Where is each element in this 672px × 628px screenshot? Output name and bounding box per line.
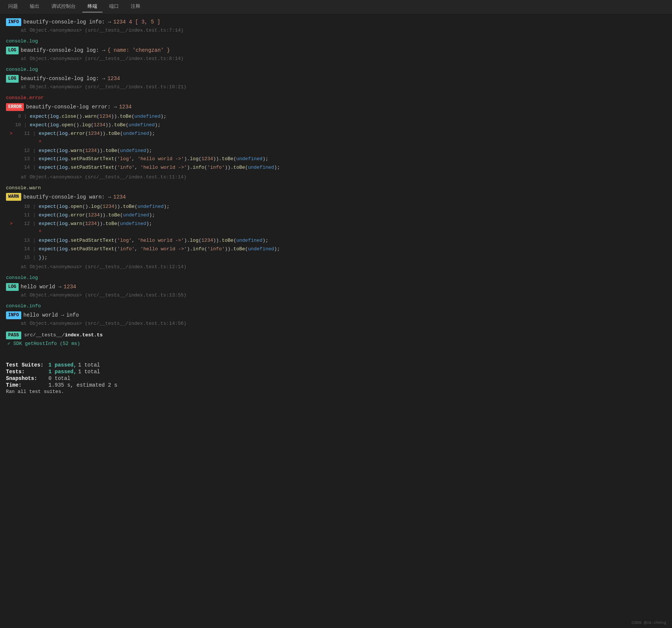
pass-file-line: PASS src/__tests__/index.test.ts xyxy=(6,332,666,339)
summary-suites-label: Test Suites: xyxy=(6,362,47,368)
badge-info-1: INFO xyxy=(6,18,21,26)
summary-tests-total: 1 total xyxy=(78,369,100,375)
badge-error-1: ERROR xyxy=(6,103,24,111)
summary-suites: Test Suites: 1 passed, 1 total xyxy=(6,362,666,368)
section-info-2: console.info INFO hello world → info at … xyxy=(6,302,666,328)
summary-tests-label: Tests: xyxy=(6,369,47,375)
section-log-1: console.log LOG beautify-console-log log… xyxy=(6,38,666,63)
summary-tests-passed: 1 passed, xyxy=(48,369,77,375)
badge-log-2: LOG xyxy=(6,75,19,83)
code-line-w12-pointer: 12 | ^ xyxy=(10,228,666,237)
tab-ports[interactable]: 端口 xyxy=(104,1,124,12)
test-summary: Test Suites: 1 passed, 1 total Tests: 1 … xyxy=(0,358,672,397)
tab-problems[interactable]: 问题 xyxy=(3,1,23,12)
log-line-warn-1: WARN beautify-console-log warn: → 1234 xyxy=(6,193,666,201)
log-line-log-2: LOG beautify-console-log log: → 1234 xyxy=(6,74,666,83)
log-value-log-2: 1234 xyxy=(107,74,120,83)
section-info-1: INFO beautify-console-log info: → 1234 4… xyxy=(6,18,666,35)
at-line-info-2: at Object.<anonymous> (src/__tests__/ind… xyxy=(21,320,666,328)
log-value-info-1: 1234 4 [ 3, 5 ] xyxy=(113,18,160,26)
log-value-error-1: 1234 xyxy=(119,103,132,111)
tab-output[interactable]: 输出 xyxy=(25,1,45,12)
code-block-error-1: 9 | expect(log.close().warn(1234)).toBe(… xyxy=(10,112,666,172)
code-line-w11: 11 | expect(log.error(1234)).toBe(undefi… xyxy=(10,211,666,220)
code-line-e12: 12 | expect(log.warn(1234)).toBe(undefin… xyxy=(10,147,666,155)
summary-suites-total: 1 total xyxy=(78,362,100,368)
watermark: CSDN @CN-cheng xyxy=(632,621,666,625)
summary-time-value: 1.935 s, estimated 2 s xyxy=(48,382,117,388)
code-line-w10: 10 | expect(log.open().log(1234)).toBe(u… xyxy=(10,203,666,211)
badge-info-2: INFO xyxy=(6,311,21,319)
log-value-log-3: 1234 xyxy=(64,283,76,291)
console-label-log-3: console.log xyxy=(6,274,666,282)
at-line-log-3: at Object.<anonymous> (src/__tests__/ind… xyxy=(21,292,666,299)
log-prefix-log-1: beautify-console-log log: → xyxy=(21,46,105,54)
at-line-warn-1: at Object.<anonymous> (src/__tests__/ind… xyxy=(21,263,666,271)
log-line-log-3: LOG hello world → 1234 xyxy=(6,283,666,291)
summary-suites-passed: 1 passed, xyxy=(48,362,77,368)
badge-warn-1: WARN xyxy=(6,193,21,201)
console-label-info-2: console.info xyxy=(6,302,666,310)
code-line-e10: 10 | expect(log.open().log(1234)).toBe(u… xyxy=(10,121,666,130)
log-value-log-1: { name: 'chengzan' } xyxy=(107,46,170,54)
console-label-error-1: console.error xyxy=(6,94,666,102)
at-line-info-1: at Object.<anonymous> (src/__tests__/ind… xyxy=(21,27,666,35)
terminal-content: INFO beautify-console-log info: → 1234 4… xyxy=(0,13,672,354)
summary-time: Time: 1.935 s, estimated 2 s xyxy=(6,382,666,388)
log-prefix-info-1: beautify-console-log info: → xyxy=(23,18,111,26)
code-line-w13: 13 | expect(log.setPadStartText('log', '… xyxy=(10,237,666,245)
code-block-warn-1: 10 | expect(log.open().log(1234)).toBe(u… xyxy=(10,203,666,262)
badge-log-1: LOG xyxy=(6,47,19,54)
at-line-log-1: at Object.<anonymous> (src/__tests__/ind… xyxy=(21,55,666,63)
badge-pass: PASS xyxy=(6,332,21,339)
log-line-info-1: INFO beautify-console-log info: → 1234 4… xyxy=(6,18,666,26)
summary-time-label: Time: xyxy=(6,382,47,388)
log-prefix-error-1: beautify-console-log error: → xyxy=(26,103,117,111)
tab-debug-console[interactable]: 调试控制台 xyxy=(46,1,81,12)
console-label-warn-1: console.warn xyxy=(6,184,666,192)
tab-terminal[interactable]: 终端 xyxy=(82,1,102,12)
summary-tests: Tests: 1 passed, 1 total xyxy=(6,369,666,375)
ran-all-text: Ran all test suites. xyxy=(6,389,666,394)
log-prefix-log-2: beautify-console-log log: → xyxy=(21,74,105,83)
summary-snapshots: Snapshots: 0 total xyxy=(6,375,666,381)
at-line-error-1: at Object.<anonymous> (src/__tests__/ind… xyxy=(21,174,666,181)
code-line-w12: > 12 | expect(log.warn(1234)).toBe(undef… xyxy=(10,220,666,228)
summary-snapshots-label: Snapshots: xyxy=(6,375,47,381)
badge-log-3: LOG xyxy=(6,283,19,291)
tab-bar: 问题 输出 调试控制台 终端 端口 注释 xyxy=(0,0,672,13)
code-line-w15: 15 | }); xyxy=(10,254,666,262)
console-label-log-1: console.log xyxy=(6,38,666,45)
log-prefix-log-3: hello world → xyxy=(21,283,61,291)
code-line-e9: 9 | expect(log.close().warn(1234)).toBe(… xyxy=(10,112,666,121)
section-log-2: console.log LOG beautify-console-log log… xyxy=(6,66,666,91)
pass-file: src/__tests__/index.test.ts xyxy=(24,332,103,339)
console-label-log-2: console.log xyxy=(6,66,666,74)
section-warn-1: console.warn WARN beautify-console-log w… xyxy=(6,184,666,272)
log-prefix-warn-1: beautify-console-log warn: → xyxy=(23,193,111,201)
code-line-e14: 14 | expect(log.setPadStartText('info', … xyxy=(10,164,666,172)
at-line-log-2: at Object.<anonymous> (src/__tests__/ind… xyxy=(21,83,666,91)
code-line-e13: 13 | expect(log.setPadStartText('log', '… xyxy=(10,155,666,164)
log-line-log-1: LOG beautify-console-log log: → { name: … xyxy=(6,46,666,54)
section-error-1: console.error ERROR beautify-console-log… xyxy=(6,94,666,181)
log-value-warn-1: 1234 xyxy=(113,193,126,201)
tab-comments[interactable]: 注释 xyxy=(126,1,146,12)
section-log-3: console.log LOG hello world → 1234 at Ob… xyxy=(6,274,666,299)
log-prefix-info-2: hello world → xyxy=(23,311,64,319)
code-line-w14: 14 | expect(log.setPadStartText('info', … xyxy=(10,245,666,254)
sdk-line: ✓ SDK getHostInfo (52 ms) xyxy=(7,340,666,348)
code-line-e11-pointer: 11 | ^ xyxy=(10,138,666,147)
log-line-info-2: INFO hello world → info xyxy=(6,311,666,319)
summary-snapshots-value: 0 total xyxy=(48,375,70,381)
log-value-info-2: info xyxy=(66,311,79,319)
log-line-error-1: ERROR beautify-console-log error: → 1234 xyxy=(6,103,666,111)
code-line-e11: > 11 | expect(log.error(1234)).toBe(unde… xyxy=(10,130,666,138)
